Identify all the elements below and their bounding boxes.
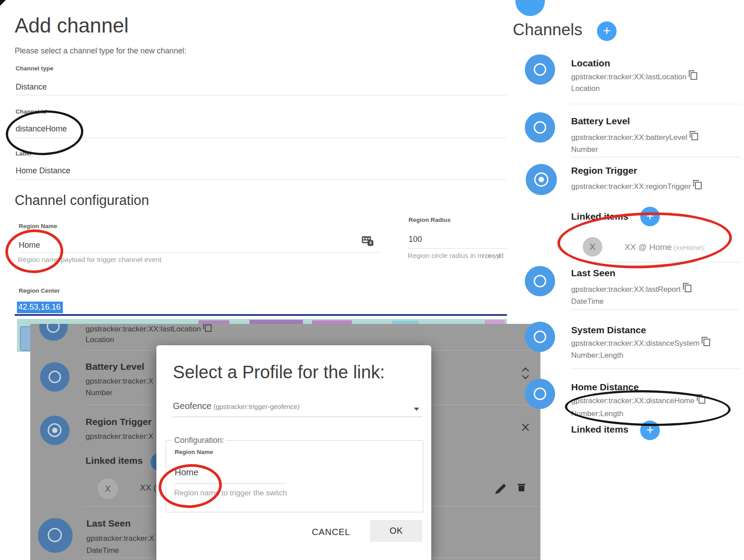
- autofill-count-badge: 3: [368, 240, 373, 246]
- unfold-more-icon[interactable]: [522, 368, 529, 379]
- channel-state-icon: [525, 322, 555, 352]
- region-radius-label: Region Radius: [409, 217, 451, 223]
- cancel-button[interactable]: CANCEL: [304, 523, 358, 541]
- channel-type: Number:Length: [571, 351, 623, 360]
- region-center-label: Region Center: [19, 287, 60, 294]
- add-channel-plus-icon[interactable]: +: [597, 21, 617, 41]
- divider: [571, 104, 740, 104]
- channel-state-icon: [40, 362, 69, 392]
- circle-icon: [534, 63, 546, 76]
- text-fragment-artifact: n or yd: [482, 252, 503, 260]
- divider: [571, 157, 740, 157]
- region-name-label: Region Name: [19, 223, 57, 229]
- linked-item-label: XX (: [140, 483, 156, 493]
- item-avatar: X: [98, 478, 118, 499]
- channel-state-icon: [40, 416, 69, 445]
- region-radius-input[interactable]: 100: [409, 235, 422, 244]
- annotation-ellipse-red-region-name: [4, 229, 64, 274]
- region-center-focus-underline: [15, 314, 507, 316]
- channel-state-icon: [525, 54, 555, 85]
- label-input[interactable]: Home Distance: [16, 166, 70, 176]
- unfold-less-icon[interactable]: [522, 421, 529, 433]
- channel-type: Location: [571, 84, 600, 93]
- label-underline: [15, 179, 507, 180]
- ok-button[interactable]: OK: [370, 520, 422, 542]
- channel-state-icon: [38, 518, 73, 553]
- region-name-underline: [18, 252, 380, 253]
- copy-icon[interactable]: [703, 339, 710, 346]
- circle-icon: [534, 388, 546, 400]
- channel-state-icon: [525, 266, 555, 296]
- channels-heading: Channels: [513, 20, 582, 39]
- circle-icon: [47, 324, 60, 333]
- channel-type: Number: [86, 388, 112, 397]
- region-radius-underline: [408, 248, 507, 249]
- channel-uid: gpstracker:tracker:XX:regionTrigger: [571, 182, 702, 191]
- profile-value: Geofence: [173, 401, 212, 411]
- corner-artifact: [0, 0, 6, 6]
- channel-title: Battery Level: [86, 361, 144, 372]
- circle-icon: [534, 331, 546, 343]
- fieldset-legend: Configuration:: [172, 436, 226, 445]
- channel-uid: gpstracker:tracker:XX:lastLocation: [86, 324, 212, 334]
- channel-title: Region Trigger: [86, 417, 151, 427]
- dialog-region-name-label: Region Name: [175, 449, 213, 455]
- channel-title: Region Trigger: [571, 165, 637, 176]
- channel-state-icon: [525, 112, 555, 143]
- channel-type-select[interactable]: Distance: [16, 82, 47, 92]
- linked-items-header: Linked items: [571, 424, 628, 435]
- copy-icon[interactable]: [695, 182, 702, 189]
- channel-uid: gpstracker:tracker:X: [86, 534, 154, 543]
- channel-uid: gpstracker:tracker:XX:distanceSystem: [571, 339, 710, 348]
- channel-state-icon: [526, 164, 557, 195]
- autofill-dots: [363, 238, 370, 239]
- channel-title: System Distance: [571, 325, 646, 335]
- copy-icon[interactable]: [685, 285, 691, 292]
- profile-uid: (gpstracker:trigger-geofence): [213, 403, 299, 410]
- channel-title: Location: [571, 58, 610, 69]
- divider: [571, 309, 740, 310]
- dropdown-arrow-icon[interactable]: [414, 408, 419, 411]
- channel-title: Last Seen: [86, 518, 131, 529]
- profile-select-underline: [173, 417, 422, 417]
- channel-type: Location: [86, 335, 114, 344]
- channel-id-underline: [15, 138, 507, 138]
- profile-select[interactable]: Geofence (gpstracker:trigger-geofence): [173, 401, 300, 411]
- dialog-title: Select a Profile for the link:: [173, 362, 385, 382]
- dot-icon: [539, 177, 544, 182]
- circle-icon: [534, 275, 546, 287]
- channel-state-icon: [525, 379, 555, 409]
- page-title: Add channel: [15, 13, 129, 37]
- channel-title: Battery Level: [571, 116, 630, 127]
- channel-uid: gpstracker:tracker:XX:lastLocation: [571, 72, 697, 82]
- delete-icon[interactable]: [518, 484, 525, 491]
- channel-uid: gpstracker:tracker:XX:batteryLevel: [571, 133, 698, 142]
- map-artifact: [198, 320, 229, 324]
- page-subtitle: Please select a channel type for the new…: [15, 46, 186, 56]
- circle-icon: [534, 121, 546, 134]
- region-center-input[interactable]: 42.53,16.16: [17, 302, 63, 313]
- channel-uid: gpstracker:tracker:X: [86, 432, 153, 441]
- channel-uid: gpstracker:tracker:X: [86, 377, 153, 386]
- channel-type: Number: [571, 145, 598, 154]
- channel-type-underline: [15, 95, 507, 95]
- channel-state-icon: [39, 324, 68, 341]
- autofill-badge-icon[interactable]: 3: [362, 236, 371, 243]
- screenshot-root: Add channel Please select a channel type…: [0, 0, 744, 560]
- config-heading: Channel configuration: [15, 192, 149, 208]
- circle-icon: [49, 371, 61, 383]
- channel-type: DateTime: [571, 297, 604, 306]
- channel-type-label: Channel type: [16, 65, 53, 72]
- copy-icon[interactable]: [205, 324, 212, 332]
- profile-dialog: Select a Profile for the link: Geofence …: [156, 345, 431, 560]
- channel-uid: gpstracker:tracker:XX:lastReport: [571, 285, 691, 294]
- dot-icon: [52, 428, 57, 433]
- linked-items-header: Linked items: [86, 455, 143, 466]
- copy-icon[interactable]: [691, 133, 698, 140]
- edit-icon[interactable]: [496, 484, 506, 494]
- channel-title: Last Seen: [571, 268, 615, 278]
- circle-icon: [48, 528, 62, 542]
- channel-type: DateTime: [86, 546, 119, 555]
- divider: [571, 368, 740, 369]
- copy-icon[interactable]: [691, 72, 697, 80]
